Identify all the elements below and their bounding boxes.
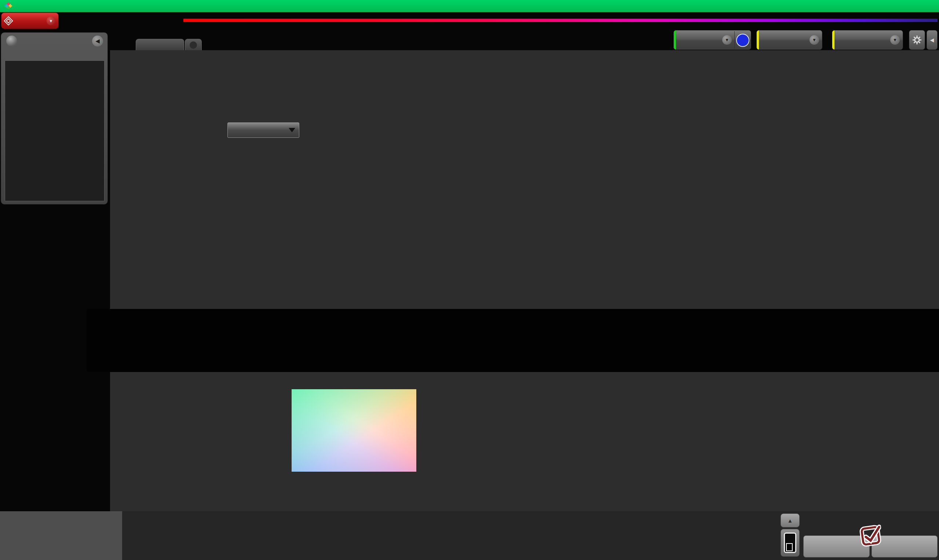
title-bar: [0, 0, 939, 12]
grayscale-swatch-strip: [87, 309, 939, 372]
patch-window-position-button[interactable]: [780, 529, 800, 557]
close-button[interactable]: [919, 0, 939, 12]
patch-scroll-up-button[interactable]: ▲: [780, 514, 800, 528]
workflow-tree: [5, 60, 105, 201]
add-tab-button[interactable]: [185, 39, 202, 51]
add-icon: [190, 42, 197, 49]
chevron-down-icon: ▼: [722, 35, 732, 45]
display-control-dropdown[interactable]: ▼: [832, 30, 903, 50]
cie-1931-chart: [282, 375, 429, 495]
rainbow-gradient-bar: [183, 19, 937, 22]
chevron-down-icon: [289, 128, 295, 132]
bottom-corner-spacer: [0, 511, 122, 560]
calman-logo-icon: [5, 17, 12, 25]
calman-window: ▼ ▼ ▼ ▼ ◀: [0, 0, 939, 560]
meter-status-stripe: [674, 31, 676, 49]
rgb-balance-bar-chart: [606, 95, 709, 280]
chevron-down-icon: ▼: [809, 35, 819, 45]
minimize-button[interactable]: [879, 0, 899, 12]
calman-menu-chevron-icon: ▼: [46, 17, 56, 25]
sidebar-collapse-button[interactable]: ◀: [92, 35, 103, 46]
calman-app-icon: [5, 2, 12, 10]
next-button[interactable]: [871, 535, 937, 557]
gamma-chart: [708, 95, 939, 280]
bottom-toolbar: ▲: [0, 511, 939, 560]
chevron-down-icon: ▼: [890, 35, 900, 45]
calman-menu-button[interactable]: ▼: [1, 12, 59, 29]
rgb-balance-line-chart: [304, 95, 510, 280]
chevron-left-icon: ◀: [930, 37, 934, 43]
source-status-stripe: [757, 31, 759, 49]
target-row-label: [128, 333, 139, 353]
settings-button[interactable]: [909, 30, 925, 50]
divider: [734, 31, 735, 49]
deltae-bar-chart: [121, 142, 295, 275]
cie-overlay: [282, 375, 429, 495]
gear-icon: [912, 35, 922, 45]
actual-row-label: [128, 312, 139, 333]
chevron-left-icon: ◀: [96, 38, 100, 45]
patch-window-icon: [784, 532, 796, 553]
sidebar-panel: ◀: [1, 32, 108, 205]
back-button[interactable]: [803, 535, 870, 557]
meter-count-badge[interactable]: [736, 34, 749, 47]
collapse-panel-button[interactable]: ◀: [927, 30, 937, 50]
tab-history-1[interactable]: [136, 39, 184, 51]
pin-button[interactable]: [6, 35, 17, 46]
de-formula-dropdown[interactable]: [227, 122, 299, 138]
triangle-up-icon: ▲: [788, 517, 793, 524]
source-dropdown[interactable]: ▼: [756, 30, 822, 50]
display-status-stripe: [832, 31, 834, 49]
maximize-button[interactable]: [899, 0, 919, 12]
meter-dropdown[interactable]: ▼: [674, 30, 751, 50]
